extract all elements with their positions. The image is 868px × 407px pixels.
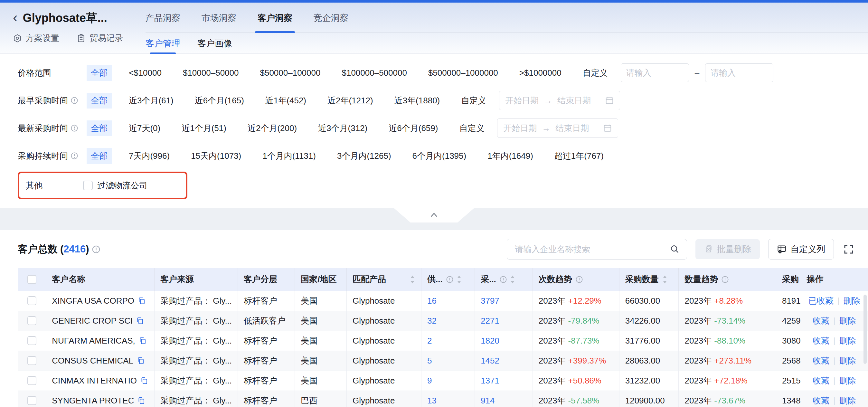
customer-name-text[interactable]: CONSUS CHEMICAL: [52, 356, 133, 366]
search-icon[interactable]: [670, 244, 680, 254]
records-count-link[interactable]: 3797: [481, 296, 499, 306]
price-min-input[interactable]: [621, 63, 689, 82]
filter-option[interactable]: 近2年(1212): [328, 95, 373, 106]
filter-option[interactable]: 近6个月(659): [389, 123, 438, 134]
suppliers-count-link[interactable]: 16: [427, 296, 437, 306]
header-action-trade-records[interactable]: 贸易记录: [76, 33, 123, 44]
delete-button[interactable]: 删除: [843, 295, 860, 307]
copy-icon[interactable]: [136, 356, 145, 365]
collapse-panel-button[interactable]: [394, 208, 474, 222]
sort-icon[interactable]: [456, 275, 462, 284]
info-icon[interactable]: [70, 124, 78, 132]
customer-name-text[interactable]: SYNGENTA PROTEC: [52, 396, 134, 406]
filter-option[interactable]: 近1个月(51): [182, 123, 226, 134]
row-checkbox[interactable]: [27, 396, 36, 405]
copy-icon[interactable]: [140, 376, 148, 385]
filter-option[interactable]: 近3年(1880): [394, 95, 440, 106]
suppliers-count-link[interactable]: 5: [427, 356, 432, 366]
filter-option[interactable]: 自定义: [461, 95, 486, 106]
filter-option[interactable]: 7天内(996): [129, 150, 170, 162]
filter-option[interactable]: 自定义: [459, 123, 484, 134]
info-icon[interactable]: [446, 276, 454, 283]
customer-name-text[interactable]: GENERIC CROP SCI: [52, 316, 133, 326]
suppliers-count-link[interactable]: 32: [427, 316, 437, 325]
sort-icon[interactable]: [662, 275, 668, 284]
sub-tab[interactable]: 客户画像: [197, 38, 232, 49]
customer-name-text[interactable]: XINGFA USA CORPO: [52, 296, 134, 306]
info-icon[interactable]: [499, 276, 507, 283]
favorite-button[interactable]: 收藏: [813, 375, 829, 386]
filter-option[interactable]: 6个月内(1395): [412, 150, 467, 162]
favorite-button[interactable]: 收藏: [813, 395, 829, 406]
batch-delete-button[interactable]: 批量删除: [695, 239, 760, 259]
filter-option[interactable]: 全部: [87, 65, 112, 81]
filter-option[interactable]: 近3个月(61): [129, 95, 174, 106]
sort-icon[interactable]: [409, 275, 415, 284]
filter-option[interactable]: 全部: [87, 148, 112, 164]
info-icon[interactable]: [70, 97, 78, 104]
info-icon[interactable]: [721, 276, 729, 283]
filter-option[interactable]: 全部: [87, 120, 112, 136]
filter-option[interactable]: $100000–500000: [342, 68, 407, 78]
filter-option[interactable]: 近1年(452): [265, 95, 306, 106]
suppliers-count-link[interactable]: 13: [427, 396, 437, 405]
info-icon[interactable]: [575, 276, 583, 283]
delete-button[interactable]: 删除: [839, 315, 856, 326]
filter-option[interactable]: $50000–100000: [260, 68, 320, 78]
filter-option[interactable]: <$10000: [129, 68, 162, 78]
row-checkbox[interactable]: [27, 316, 36, 325]
favorite-button[interactable]: 收藏: [813, 355, 829, 367]
suppliers-count-link[interactable]: 9: [427, 376, 432, 385]
main-tab[interactable]: 市场洞察: [202, 12, 236, 24]
filter-option[interactable]: 15天内(1073): [191, 150, 241, 162]
records-count-link[interactable]: 2271: [481, 316, 499, 325]
favorite-button[interactable]: 收藏: [813, 335, 829, 346]
sub-tab[interactable]: 客户管理: [146, 38, 180, 49]
row-checkbox[interactable]: [27, 376, 36, 385]
filter-option[interactable]: $10000–50000: [183, 68, 239, 78]
filter-option[interactable]: >$1000000: [519, 68, 561, 78]
sort-icon[interactable]: [510, 275, 516, 284]
vertical-scrollbar[interactable]: [864, 294, 867, 364]
delete-button[interactable]: 删除: [839, 335, 856, 346]
info-icon[interactable]: [92, 245, 100, 254]
suppliers-count-link[interactable]: 2: [427, 336, 432, 345]
date-range-picker[interactable]: 开始日期→结束日期: [499, 91, 620, 110]
copy-icon[interactable]: [138, 337, 147, 345]
favorite-button[interactable]: 收藏: [813, 315, 829, 326]
back-icon[interactable]: ‹: [13, 10, 18, 25]
search-input[interactable]: [514, 244, 670, 255]
records-count-link[interactable]: 1820: [481, 336, 499, 345]
customer-name-text[interactable]: NUFARM AMERICAS,: [52, 336, 135, 346]
delete-button[interactable]: 删除: [839, 395, 856, 406]
header-action-scheme-settings[interactable]: 方案设置: [13, 33, 59, 44]
price-max-input[interactable]: [705, 63, 773, 82]
favorite-button[interactable]: 已收藏: [808, 295, 834, 307]
copy-icon[interactable]: [137, 396, 146, 405]
row-checkbox[interactable]: [27, 356, 36, 365]
copy-icon[interactable]: [136, 316, 144, 325]
filter-option[interactable]: 近3个月(312): [318, 123, 367, 134]
main-tab[interactable]: 客户洞察: [257, 12, 292, 24]
records-count-link[interactable]: 1452: [481, 356, 499, 366]
filter-option[interactable]: 近7天(0): [129, 123, 160, 134]
row-checkbox[interactable]: [27, 296, 36, 305]
main-tab[interactable]: 产品洞察: [146, 12, 180, 24]
customer-name-text[interactable]: CINMAX INTERNATIO: [52, 376, 137, 386]
select-all-checkbox[interactable]: [27, 275, 36, 284]
filter-logistics-checkbox[interactable]: [83, 181, 93, 190]
custom-columns-button[interactable]: 自定义列: [768, 239, 834, 259]
filter-option[interactable]: 全部: [87, 93, 112, 108]
records-count-link[interactable]: 1371: [481, 376, 499, 385]
delete-button[interactable]: 删除: [839, 355, 856, 367]
filter-option[interactable]: 近6个月(165): [195, 95, 244, 106]
main-tab[interactable]: 竞企洞察: [314, 12, 348, 24]
filter-option[interactable]: 近2个月(200): [248, 123, 297, 134]
filter-option[interactable]: 1年内(1649): [488, 150, 533, 162]
filter-option[interactable]: 1个月内(1131): [262, 150, 316, 162]
records-count-link[interactable]: 914: [481, 396, 495, 405]
copy-icon[interactable]: [137, 296, 146, 305]
filter-option[interactable]: $500000–1000000: [428, 68, 498, 78]
filter-option[interactable]: 超过1年(767): [554, 150, 604, 162]
date-range-picker[interactable]: 开始日期→结束日期: [497, 119, 618, 138]
